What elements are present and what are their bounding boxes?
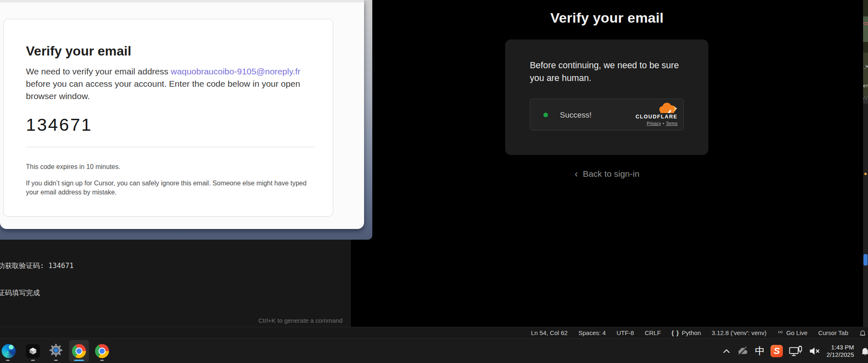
ime-language-icon[interactable]: 中 xyxy=(755,345,765,358)
edge-icon xyxy=(2,344,16,358)
code-fragment: _w xyxy=(863,63,868,69)
indentation-indicator[interactable]: Spaces: 4 xyxy=(578,329,606,336)
eol-indicator[interactable]: CRLF xyxy=(645,329,661,336)
active-running-indicator xyxy=(74,360,84,361)
encoding-indicator[interactable]: UTF-8 xyxy=(617,329,634,336)
cloudflare-turnstile-widget[interactable]: Success! CLOUDFLARE Privacy•Terms xyxy=(530,99,684,130)
running-indicator xyxy=(100,360,104,361)
go-live-button[interactable]: Go Live xyxy=(777,329,808,337)
verify-page-title: Verify your email xyxy=(351,10,863,26)
success-dot-icon xyxy=(543,113,548,117)
terminal-ctrl-k-hint: Ctrl+K to generate a command xyxy=(258,317,343,324)
verification-code: 134671 xyxy=(26,115,93,135)
turnstile-status: Success! xyxy=(560,111,592,120)
cube-app-icon xyxy=(26,344,40,358)
sogou-glyph: S xyxy=(771,345,783,357)
go-live-label: Go Live xyxy=(786,329,808,336)
gear-icon xyxy=(49,343,63,359)
chrome-icon xyxy=(95,344,109,358)
tray-expand-chevron-icon[interactable] xyxy=(722,348,731,354)
code-selection-fragment: co xyxy=(863,16,868,42)
sogou-input-icon[interactable]: S xyxy=(771,345,783,357)
clock-time: 1:43 PM xyxy=(826,344,854,351)
editor-warning-dot xyxy=(864,173,867,175)
email-window-top-strip xyxy=(0,0,364,2)
link-separator: • xyxy=(663,121,664,126)
back-to-sign-in-link[interactable]: ‹Back to sign-in xyxy=(351,168,863,179)
email-card: Verify your email We need to verify your… xyxy=(3,19,333,217)
email-window-frame: Verify your email We need to verify your… xyxy=(0,0,372,240)
system-tray: 中 S 1:43 PM 2/12/2025 xyxy=(722,339,868,363)
usb-display-icon[interactable] xyxy=(789,345,803,357)
taskbar: 中 S 1:43 PM 2/12/2025 xyxy=(0,338,868,363)
running-indicator xyxy=(6,360,10,361)
cursor-position-indicator[interactable]: Ln 54, Col 62 xyxy=(531,329,568,336)
running-indicator xyxy=(54,360,58,361)
onedrive-offline-icon[interactable] xyxy=(737,346,749,356)
taskbar-edge-button[interactable] xyxy=(0,340,20,362)
taskbar-chrome-button-active[interactable] xyxy=(69,340,89,362)
taskbar-clock[interactable]: 1:43 PM 2/12/2025 xyxy=(826,344,854,358)
editor-edge-sliver: co _w er // xyxy=(863,0,868,327)
email-address-link[interactable]: waquobraucoibo-9105@noreply.fr xyxy=(171,67,300,76)
code-block xyxy=(863,42,868,53)
code-selection-block: _w er xyxy=(863,53,868,95)
notifications-bell-icon[interactable] xyxy=(859,329,866,337)
email-window: Verify your email We need to verify your… xyxy=(0,0,364,229)
chrome-icon xyxy=(72,344,86,358)
cursor-tab-indicator[interactable]: Cursor Tab xyxy=(818,329,848,336)
verification-card: Before continuing, we need to be sure yo… xyxy=(505,39,708,155)
privacy-link[interactable]: Privacy xyxy=(647,121,661,126)
ignore-note: If you didn’t sign up for Cursor, you ca… xyxy=(26,179,314,197)
code-comment-fragment: // xyxy=(863,95,868,104)
terminal-line: 证码填写完成 xyxy=(0,288,92,297)
terminal-line xyxy=(0,315,92,324)
cloudflare-wordmark: CLOUDFLARE xyxy=(624,114,678,120)
cloudflare-cloud-icon xyxy=(659,103,678,115)
divider xyxy=(26,147,314,147)
taskbar-chrome-button-2[interactable] xyxy=(92,340,112,362)
taskbar-settings-button[interactable] xyxy=(46,340,66,362)
running-indicator xyxy=(31,360,35,361)
python-braces-icon: { } xyxy=(671,329,679,336)
back-to-sign-in-label: Back to sign-in xyxy=(583,169,640,178)
code-block xyxy=(863,0,868,16)
editor-scroll-badge xyxy=(863,254,868,266)
cloudflare-branding: CLOUDFLARE Privacy•Terms xyxy=(624,103,678,126)
notification-bell-icon[interactable]: z xyxy=(860,345,868,357)
human-check-prompt: Before continuing, we need to be sure yo… xyxy=(530,59,691,85)
email-body-before: We need to verify your email address xyxy=(26,67,171,76)
language-mode-indicator[interactable]: { } Python xyxy=(671,329,701,336)
desktop: Verify your email Before continuing, we … xyxy=(0,0,868,363)
language-label: Python xyxy=(682,329,701,336)
speaker-muted-icon[interactable] xyxy=(808,345,821,357)
status-bar: Ln 54, Col 62 Spaces: 4 UTF-8 CRLF { } P… xyxy=(0,327,868,338)
terms-link[interactable]: Terms xyxy=(666,121,678,126)
email-body: We need to verify your email address waq… xyxy=(26,65,324,102)
python-interpreter-indicator[interactable]: 3.12.8 ('venv': venv) xyxy=(712,329,766,336)
taskbar-cube-app-button[interactable] xyxy=(23,340,43,362)
code-expiry-note: This code expires in 10 minutes. xyxy=(26,163,120,171)
terminal-panel[interactable]: 功获取验证码: 134671 证码填写完成 在处理 Turnstile 验证..… xyxy=(0,240,351,327)
svg-text:z: z xyxy=(866,346,868,350)
clock-date: 2/12/2025 xyxy=(826,351,854,358)
terminal-line: 功获取验证码: 134671 xyxy=(0,261,92,270)
browser-verify-page: Verify your email Before continuing, we … xyxy=(351,0,863,327)
taskbar-pinned-apps xyxy=(0,339,112,363)
email-title: Verify your email xyxy=(26,44,131,59)
broadcast-icon xyxy=(777,329,784,337)
code-fragment: er xyxy=(863,83,868,88)
chevron-left-icon: ‹ xyxy=(575,168,578,180)
email-body-after: before you can access your account. Ente… xyxy=(26,79,300,101)
